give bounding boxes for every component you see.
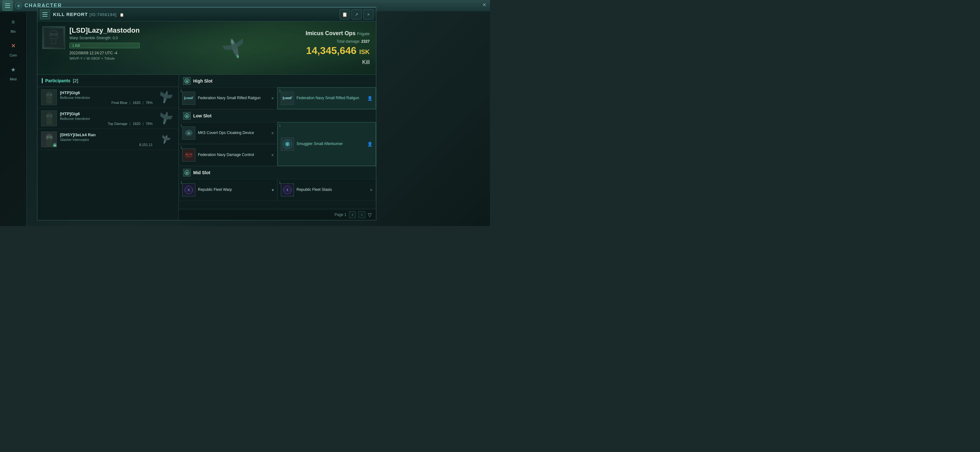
participant-ship-icon-1 xyxy=(156,90,175,105)
slot-item-close-dc[interactable]: × xyxy=(271,152,274,157)
avatar-placeholder xyxy=(43,27,65,49)
low-slot-header: Low Slot xyxy=(179,109,376,122)
slot-item-close-warp[interactable]: ▾ xyxy=(272,187,274,192)
slot-item-name-afterburner: Smuggler Small Afterburner xyxy=(296,141,365,147)
footer-bar: Page 1 ‹ › ▽ xyxy=(179,209,376,220)
slot-num: 1 xyxy=(180,89,182,93)
app-close-button[interactable]: × xyxy=(482,1,486,8)
svg-rect-49 xyxy=(192,96,194,98)
low-slot-grid: 1 MK5 Covert Ops Cloaking Devi xyxy=(179,122,376,166)
slot-num-stasis: 1 xyxy=(279,181,281,184)
participant-name-1: [HTP]Gig6 xyxy=(60,90,153,95)
mid-slot-title: Mid Slot xyxy=(193,170,210,175)
slot-item-icon-afterburner xyxy=(281,138,294,151)
low-slot-item-afterburner[interactable]: 1 xyxy=(277,122,376,166)
modal-close-button[interactable]: × xyxy=(363,10,374,19)
participants-list: [HTP]Gig6 Bellicose Interdictor Final Bl… xyxy=(37,87,178,220)
slot-item-icon-dc xyxy=(182,149,196,162)
stasis-icon xyxy=(282,184,293,196)
participant-avatar-image-1 xyxy=(41,90,57,105)
svg-rect-52 xyxy=(187,98,193,98)
ship-name: Imicus Covert Ops xyxy=(305,30,356,36)
sidebar: ≡ Bio ✕ Com ★ Med xyxy=(0,13,27,226)
hero-right: Imicus Covert Ops Frigate Total damage: … xyxy=(288,21,376,75)
participant-item[interactable]: [HTP]Gig6 Bellicose Interdictor Final Bl… xyxy=(37,87,178,108)
svg-rect-35 xyxy=(167,112,168,114)
high-slot-header: High Slot xyxy=(179,75,376,87)
damage-control-icon xyxy=(183,149,195,161)
svg-rect-56 xyxy=(290,96,292,98)
slot-item-icon-cloak xyxy=(182,127,196,140)
modal-menu-button[interactable] xyxy=(40,10,50,19)
slot-num-dc: 1 xyxy=(180,146,182,149)
warp-disruptor-icon xyxy=(183,184,195,196)
low-slot-item-damage-control[interactable]: 1 xyxy=(179,144,277,166)
slot-item-close-stasis[interactable]: × xyxy=(370,187,372,192)
slot-item-close-cloak[interactable]: × xyxy=(271,130,274,136)
railgun-icon-2 xyxy=(282,92,293,104)
participant-ship-icon-2 xyxy=(156,111,175,125)
modal-copy-icon[interactable]: 📋 xyxy=(120,13,124,17)
slot-item-name-railgun-1: Federation Navy Small Rifled Railgun xyxy=(198,96,269,101)
low-slot-emblem xyxy=(184,113,190,119)
modal-export-button[interactable]: ↗ xyxy=(352,10,361,19)
sidebar-bio-label: Bio xyxy=(11,30,16,33)
avatar-img-1 xyxy=(41,90,57,105)
sidebar-item-combat[interactable]: ✕ xyxy=(7,40,19,52)
high-slot-title: High Slot xyxy=(193,78,212,84)
main-content: Participants [2] xyxy=(37,75,376,220)
svg-point-58 xyxy=(284,98,285,99)
total-damage-label: Total damage: 2327 xyxy=(337,39,370,44)
footer-prev-button[interactable]: ‹ xyxy=(349,211,356,218)
high-slot-item-left[interactable]: 1 Federation xyxy=(179,87,277,109)
participant-ship-model-1 xyxy=(157,91,174,103)
participant-item-2[interactable]: [HTP]Gig6 Bellicose Interdictor Top Dama… xyxy=(37,108,178,129)
modal-close-icon: × xyxy=(367,12,370,17)
slot-item-icon-railgun-1 xyxy=(182,92,196,105)
slot-item-close-1[interactable]: × xyxy=(271,96,274,101)
railgun-icon-1 xyxy=(183,92,195,104)
modal-clipboard-button[interactable]: 📋 xyxy=(340,10,350,19)
ship-model xyxy=(216,29,253,67)
low-slot-item-cloak[interactable]: 1 MK5 Covert Ops Cloaking Devi xyxy=(179,122,277,144)
participant-avatar-image-2 xyxy=(41,111,57,126)
slot-item-user-1[interactable]: 👤 xyxy=(367,96,372,101)
kill-badge: 1 Kill xyxy=(69,43,140,48)
low-slot-title: Low Slot xyxy=(193,113,212,118)
participant-ship-model-2 xyxy=(157,112,174,125)
ship-class: Frigate xyxy=(357,32,370,36)
modal-title-id: [ID:7456194] xyxy=(89,12,116,17)
character-avatar xyxy=(42,26,65,49)
slot-item-name-stasis: Republic Fleet Stasis xyxy=(296,187,368,192)
filter-icon[interactable]: ▽ xyxy=(368,212,372,218)
slots-panel: High Slot 1 xyxy=(179,75,376,220)
mid-slot-emblem xyxy=(184,170,190,176)
mid-slot-header: Mid Slot xyxy=(179,167,376,179)
sidebar-item-bio[interactable]: ≡ xyxy=(7,16,19,28)
mid-slot-item-stasis[interactable]: 1 Republic Fl xyxy=(277,179,376,201)
high-slot-grid: 1 Federation xyxy=(179,87,376,109)
add-participant-badge[interactable]: + xyxy=(53,143,57,147)
high-slot-icon xyxy=(183,77,191,85)
participant-name-2: [HTP]Gig6 xyxy=(60,111,153,116)
svg-point-96 xyxy=(287,189,288,190)
svg-point-6 xyxy=(55,34,57,35)
character-name: [LSD]Lazy_Mastodon xyxy=(69,26,140,35)
sidebar-item-medals[interactable]: ★ xyxy=(7,63,19,76)
sidebar-menu-icon: ≡ xyxy=(12,19,15,25)
kill-date: 2022/08/09 12:24:27 UTC -4 xyxy=(69,51,140,55)
menu-button[interactable] xyxy=(3,1,13,11)
svg-rect-59 xyxy=(286,98,291,98)
mid-slot-icon xyxy=(183,169,191,176)
mid-slot-item-warp[interactable]: 1 Republic Fl xyxy=(179,179,277,201)
afterburner-icon xyxy=(282,138,293,150)
slot-item-user-afterburner[interactable]: 👤 xyxy=(367,141,372,147)
participant-item-3[interactable]: + [DHSY]I3eLk4 Ran Slasher Interceptor 8… xyxy=(37,129,178,150)
high-slot-item-right[interactable]: 1 Federation xyxy=(277,87,376,109)
svg-rect-41 xyxy=(46,141,52,146)
next-icon: › xyxy=(361,213,363,217)
participant-stats-1: Final Blow | 1820 | 78% xyxy=(60,101,153,105)
export-icon: ↗ xyxy=(355,12,358,17)
footer-next-button[interactable]: › xyxy=(358,211,365,218)
modal-header-actions: 📋 ↗ × xyxy=(340,10,374,19)
